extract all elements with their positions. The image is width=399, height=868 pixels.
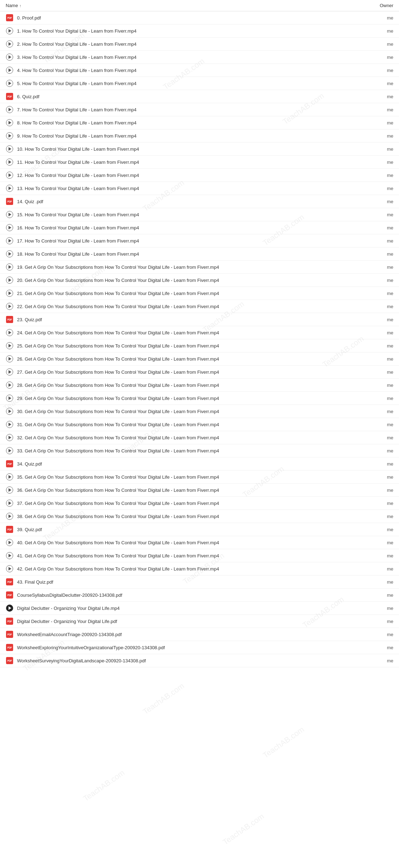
file-owner: me — [372, 68, 393, 73]
table-row[interactable]: 21. Get A Grip On Your Subscriptions fro… — [0, 287, 399, 300]
file-owner: me — [372, 579, 393, 585]
video-icon — [6, 250, 13, 258]
table-row[interactable]: 22. Get A Grip On Your Subscriptions fro… — [0, 300, 399, 313]
table-row[interactable]: 33. Get A Grip On Your Subscriptions fro… — [0, 444, 399, 457]
video-icon — [6, 27, 13, 35]
file-name: 4. How To Control Your Digital Life - Le… — [17, 68, 372, 73]
video-icon — [6, 539, 13, 546]
file-name: 32. Get A Grip On Your Subscriptions fro… — [17, 435, 372, 440]
table-row[interactable]: PDF Digital Declutter - Organizing Your … — [0, 615, 399, 628]
file-name: 6. Quiz.pdf — [17, 94, 372, 99]
file-owner: me — [372, 396, 393, 401]
table-row[interactable]: 13. How To Control Your Digital Life - L… — [0, 182, 399, 195]
table-row[interactable]: 31. Get A Grip On Your Subscriptions fro… — [0, 418, 399, 431]
video-icon — [6, 171, 13, 179]
video-icon — [6, 132, 13, 140]
table-row[interactable]: PDF 43. Final Quiz.pdf me — [0, 575, 399, 589]
file-owner: me — [372, 356, 393, 362]
table-row[interactable]: 16. How To Control Your Digital Life - L… — [0, 221, 399, 234]
video-icon — [6, 394, 13, 402]
table-row[interactable]: 9. How To Control Your Digital Life - Le… — [0, 129, 399, 143]
file-owner: me — [372, 606, 393, 611]
file-owner: me — [372, 645, 393, 650]
table-row[interactable]: 37. Get A Grip On Your Subscriptions fro… — [0, 497, 399, 510]
sort-arrow-icon: ↑ — [20, 4, 22, 8]
video-icon — [6, 434, 13, 441]
table-row[interactable]: 15. How To Control Your Digital Life - L… — [0, 208, 399, 221]
table-row[interactable]: 29. Get A Grip On Your Subscriptions fro… — [0, 392, 399, 405]
table-row[interactable]: PDF WorksheetSurveyingYourDigitalLandsca… — [0, 654, 399, 667]
video-icon — [6, 184, 13, 192]
table-row[interactable]: PDF WorksheetEmailAccountTriage-200920-1… — [0, 628, 399, 641]
file-owner: me — [372, 514, 393, 519]
pdf-icon: PDF — [6, 460, 13, 468]
file-name: WorksheetExploringYourIntuitiveOrganizat… — [17, 645, 372, 650]
file-name: 13. How To Control Your Digital Life - L… — [17, 186, 372, 191]
video-icon — [6, 211, 13, 218]
file-owner: me — [372, 225, 393, 230]
table-row[interactable]: 27. Get A Grip On Your Subscriptions fro… — [0, 366, 399, 379]
table-row[interactable]: 38. Get A Grip On Your Subscriptions fro… — [0, 510, 399, 523]
table-row[interactable]: PDF 14. Quiz .pdf me — [0, 195, 399, 208]
table-row[interactable]: 28. Get A Grip On Your Subscriptions fro… — [0, 379, 399, 392]
table-row[interactable]: Digital Declutter - Organizing Your Digi… — [0, 602, 399, 615]
table-row[interactable]: PDF WorksheetExploringYourIntuitiveOrgan… — [0, 641, 399, 654]
name-column-header[interactable]: Name ↑ — [6, 3, 21, 8]
table-row[interactable]: 36. Get A Grip On Your Subscriptions fro… — [0, 484, 399, 497]
table-row[interactable]: 3. How To Control Your Digital Life - Le… — [0, 51, 399, 64]
file-name: 38. Get A Grip On Your Subscriptions fro… — [17, 514, 372, 519]
table-row[interactable]: 5. How To Control Your Digital Life - Le… — [0, 77, 399, 90]
table-row[interactable]: 30. Get A Grip On Your Subscriptions fro… — [0, 405, 399, 418]
table-row[interactable]: 17. How To Control Your Digital Life - L… — [0, 234, 399, 247]
table-row[interactable]: 4. How To Control Your Digital Life - Le… — [0, 64, 399, 77]
video-icon — [6, 329, 13, 336]
file-name: 27. Get A Grip On Your Subscriptions fro… — [17, 369, 372, 375]
table-row[interactable]: 25. Get A Grip On Your Subscriptions fro… — [0, 339, 399, 352]
table-row[interactable]: 41. Get A Grip On Your Subscriptions fro… — [0, 549, 399, 562]
table-row[interactable]: 18. How To Control Your Digital Life - L… — [0, 247, 399, 261]
table-row[interactable]: 20. Get A Grip On Your Subscriptions fro… — [0, 274, 399, 287]
table-row[interactable]: PDF 39. Quiz.pdf me — [0, 523, 399, 536]
file-owner: me — [372, 28, 393, 34]
table-row[interactable]: 11. How To Control Your Digital Life - L… — [0, 156, 399, 169]
file-name: 11. How To Control Your Digital Life - L… — [17, 160, 372, 165]
table-row[interactable]: 35. Get A Grip On Your Subscriptions fro… — [0, 471, 399, 484]
table-row[interactable]: 40. Get A Grip On Your Subscriptions fro… — [0, 536, 399, 549]
file-name: 16. How To Control Your Digital Life - L… — [17, 225, 372, 230]
file-name: 35. Get A Grip On Your Subscriptions fro… — [17, 474, 372, 480]
table-row[interactable]: 7. How To Control Your Digital Life - Le… — [0, 103, 399, 116]
table-row[interactable]: 24. Get A Grip On Your Subscriptions fro… — [0, 326, 399, 339]
file-owner: me — [372, 251, 393, 257]
file-owner: me — [372, 265, 393, 270]
table-row[interactable]: PDF 34. Quiz.pdf me — [0, 457, 399, 471]
table-row[interactable]: PDF CourseSyllabusDigitalDeclutter-20092… — [0, 589, 399, 602]
table-row[interactable]: PDF 6. Quiz.pdf me — [0, 90, 399, 103]
table-row[interactable]: 32. Get A Grip On Your Subscriptions fro… — [0, 431, 399, 444]
video-icon — [6, 145, 13, 153]
file-name: 42. Get A Grip On Your Subscriptions fro… — [17, 566, 372, 572]
file-name: 30. Get A Grip On Your Subscriptions fro… — [17, 409, 372, 414]
pdf-icon: PDF — [6, 657, 13, 664]
file-owner: me — [372, 291, 393, 296]
video-icon — [6, 447, 13, 455]
table-row[interactable]: PDF 0. Proof.pdf me — [0, 11, 399, 24]
file-name: 22. Get A Grip On Your Subscriptions fro… — [17, 304, 372, 309]
file-owner: me — [372, 199, 393, 204]
file-name: 33. Get A Grip On Your Subscriptions fro… — [17, 448, 372, 454]
table-row[interactable]: 8. How To Control Your Digital Life - Le… — [0, 116, 399, 129]
file-owner: me — [372, 278, 393, 283]
file-owner: me — [372, 553, 393, 558]
table-row[interactable]: 19. Get A Grip On Your Subscriptions fro… — [0, 261, 399, 274]
table-row[interactable]: 1. How To Control Your Digital Life - Le… — [0, 24, 399, 38]
video-icon — [6, 486, 13, 494]
table-row[interactable]: 10. How To Control Your Digital Life - L… — [0, 143, 399, 156]
file-owner: me — [372, 81, 393, 86]
pdf-icon: PDF — [6, 630, 13, 638]
file-name: 23. Quiz.pdf — [17, 317, 372, 322]
table-row[interactable]: 42. Get A Grip On Your Subscriptions fro… — [0, 562, 399, 575]
table-row[interactable]: 12. How To Control Your Digital Life - L… — [0, 169, 399, 182]
table-row[interactable]: 2. How To Control Your Digital Life - Le… — [0, 38, 399, 51]
video-icon — [6, 355, 13, 363]
table-row[interactable]: PDF 23. Quiz.pdf me — [0, 313, 399, 326]
table-row[interactable]: 26. Get A Grip On Your Subscriptions fro… — [0, 352, 399, 366]
